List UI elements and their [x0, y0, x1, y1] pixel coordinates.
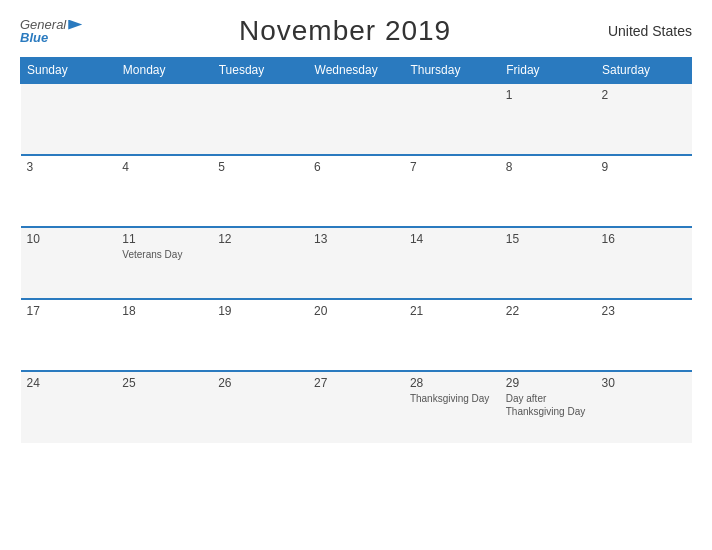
calendar-week-row: 3456789: [21, 155, 692, 227]
calendar-week-row: 17181920212223: [21, 299, 692, 371]
calendar-cell: 11Veterans Day: [116, 227, 212, 299]
day-number: 25: [122, 376, 206, 390]
calendar-cell: 16: [596, 227, 692, 299]
day-number: 1: [506, 88, 590, 102]
header-thursday: Thursday: [404, 58, 500, 84]
day-number: 30: [602, 376, 686, 390]
day-number: 20: [314, 304, 398, 318]
calendar-cell: 25: [116, 371, 212, 443]
calendar-cell: 15: [500, 227, 596, 299]
calendar-cell: 26: [212, 371, 308, 443]
logo: General Blue: [20, 18, 82, 44]
logo-blue-text: Blue: [20, 31, 82, 44]
day-number: 24: [27, 376, 111, 390]
calendar-cell: 9: [596, 155, 692, 227]
day-number: 5: [218, 160, 302, 174]
day-number: 21: [410, 304, 494, 318]
header-wednesday: Wednesday: [308, 58, 404, 84]
day-number: 27: [314, 376, 398, 390]
calendar-cell: 10: [21, 227, 117, 299]
day-number: 2: [602, 88, 686, 102]
header-friday: Friday: [500, 58, 596, 84]
day-number: 16: [602, 232, 686, 246]
calendar-cell: 7: [404, 155, 500, 227]
calendar-cell: 24: [21, 371, 117, 443]
calendar-week-row: 2425262728Thanksgiving Day29Day after Th…: [21, 371, 692, 443]
page: General Blue November 2019 United States…: [0, 0, 712, 550]
calendar-cell: 19: [212, 299, 308, 371]
calendar-cell: [308, 83, 404, 155]
day-number: 6: [314, 160, 398, 174]
holiday-label: Thanksgiving Day: [410, 392, 494, 405]
calendar-cell: 29Day after Thanksgiving Day: [500, 371, 596, 443]
day-number: 26: [218, 376, 302, 390]
calendar-cell: 2: [596, 83, 692, 155]
calendar-cell: 13: [308, 227, 404, 299]
day-number: 18: [122, 304, 206, 318]
day-number: 15: [506, 232, 590, 246]
day-number: 9: [602, 160, 686, 174]
calendar-week-row: 12: [21, 83, 692, 155]
calendar-cell: 22: [500, 299, 596, 371]
calendar-cell: 23: [596, 299, 692, 371]
calendar-cell: 20: [308, 299, 404, 371]
calendar-cell: [21, 83, 117, 155]
day-number: 19: [218, 304, 302, 318]
day-number: 14: [410, 232, 494, 246]
logo-flag-icon: [68, 20, 82, 30]
day-number: 22: [506, 304, 590, 318]
calendar-table: Sunday Monday Tuesday Wednesday Thursday…: [20, 57, 692, 443]
weekday-header-row: Sunday Monday Tuesday Wednesday Thursday…: [21, 58, 692, 84]
calendar-cell: 14: [404, 227, 500, 299]
day-number: 3: [27, 160, 111, 174]
holiday-label: Veterans Day: [122, 248, 206, 261]
calendar-cell: 27: [308, 371, 404, 443]
holiday-label: Day after Thanksgiving Day: [506, 392, 590, 418]
calendar-cell: [212, 83, 308, 155]
calendar-cell: 21: [404, 299, 500, 371]
day-number: 4: [122, 160, 206, 174]
calendar-cell: 5: [212, 155, 308, 227]
calendar-cell: 3: [21, 155, 117, 227]
calendar-cell: 28Thanksgiving Day: [404, 371, 500, 443]
calendar-title: November 2019: [239, 15, 451, 47]
day-number: 10: [27, 232, 111, 246]
calendar-week-row: 1011Veterans Day1213141516: [21, 227, 692, 299]
day-number: 7: [410, 160, 494, 174]
day-number: 11: [122, 232, 206, 246]
calendar-cell: 18: [116, 299, 212, 371]
day-number: 23: [602, 304, 686, 318]
calendar-cell: 12: [212, 227, 308, 299]
header-saturday: Saturday: [596, 58, 692, 84]
calendar-cell: 4: [116, 155, 212, 227]
header: General Blue November 2019 United States: [20, 15, 692, 47]
header-sunday: Sunday: [21, 58, 117, 84]
day-number: 13: [314, 232, 398, 246]
calendar-cell: 17: [21, 299, 117, 371]
day-number: 28: [410, 376, 494, 390]
country-label: United States: [608, 23, 692, 39]
calendar-cell: 6: [308, 155, 404, 227]
day-number: 17: [27, 304, 111, 318]
day-number: 8: [506, 160, 590, 174]
day-number: 29: [506, 376, 590, 390]
day-number: 12: [218, 232, 302, 246]
calendar-cell: [116, 83, 212, 155]
header-tuesday: Tuesday: [212, 58, 308, 84]
calendar-cell: 30: [596, 371, 692, 443]
calendar-cell: 1: [500, 83, 596, 155]
calendar-cell: [404, 83, 500, 155]
calendar-cell: 8: [500, 155, 596, 227]
header-monday: Monday: [116, 58, 212, 84]
